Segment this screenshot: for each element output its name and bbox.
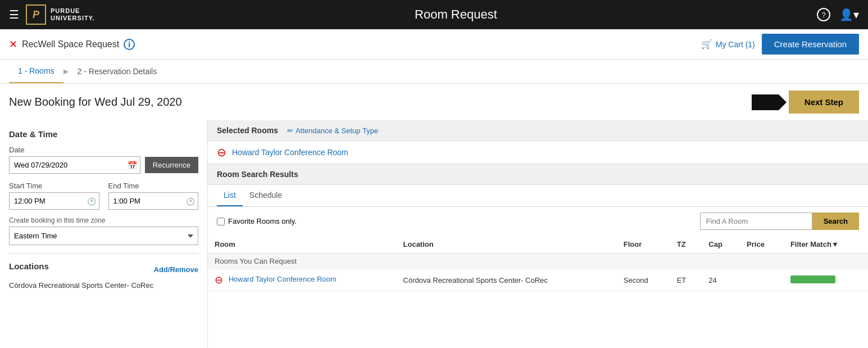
nav-icons: ? 👤▾ xyxy=(817,8,859,21)
timezone-select[interactable]: Eastern Time Central Time Mountain Time … xyxy=(9,227,198,245)
top-nav: ☰ P PURDUEUNIVERSITY. Room Request ? 👤▾ xyxy=(0,0,868,29)
booking-title: New Booking for Wed Jul 29, 2020 xyxy=(9,96,182,109)
left-panel: Date & Time Date 📅 Recurrence Start Time… xyxy=(0,120,208,348)
tab-step1[interactable]: 1 - Rooms xyxy=(9,60,63,83)
selected-room-name[interactable]: Howard Taylor Conference Room xyxy=(232,148,348,157)
end-time-label: End Time xyxy=(108,182,199,190)
rooms-section-label: Rooms You Can Request xyxy=(208,254,868,269)
tab-list-label: List xyxy=(224,191,236,200)
breadcrumb-title-text: RecWell Space Request xyxy=(22,39,119,49)
my-cart-link[interactable]: 🛒 My Cart (1) xyxy=(701,39,755,49)
info-icon[interactable]: i xyxy=(124,39,135,50)
col-floor: Floor xyxy=(617,236,670,254)
step-tabs: 1 - Rooms ▶ 2 - Reservation Details xyxy=(0,60,868,84)
header-right-actions: 🛒 My Cart (1) Create Reservation xyxy=(701,34,859,55)
date-input-wrap: 📅 xyxy=(9,156,140,174)
cap-cell: 24 xyxy=(702,269,740,291)
location-cell: Córdova Recreational Sports Center- CoRe… xyxy=(397,269,617,291)
date-input[interactable] xyxy=(9,156,140,174)
remove-room-icon[interactable]: ⊖ xyxy=(215,274,223,286)
attendance-link-label: Attendance & Setup Type xyxy=(296,126,378,135)
rooms-table: Room Location Floor TZ Cap Price Filter … xyxy=(208,236,868,291)
logo-text: PURDUEUNIVERSITY. xyxy=(51,7,95,22)
filter-match-label: Filter Match xyxy=(790,240,831,248)
search-button[interactable]: Search xyxy=(812,213,859,230)
next-step-button[interactable]: Next Step xyxy=(789,91,859,114)
favorite-rooms-checkbox-label[interactable]: Favorite Rooms only. xyxy=(217,217,297,225)
divider xyxy=(9,253,198,254)
col-location: Location xyxy=(397,236,617,254)
tab-list[interactable]: List xyxy=(217,185,243,206)
favorite-rooms-label: Favorite Rooms only. xyxy=(228,217,297,225)
search-group: Search xyxy=(700,213,859,230)
selected-room-item: ⊖ Howard Taylor Conference Room xyxy=(208,141,868,164)
remove-selected-room-icon[interactable]: ⊖ xyxy=(217,146,226,159)
col-price: Price xyxy=(740,236,784,254)
start-time-clock-icon[interactable]: 🕐 xyxy=(87,197,96,205)
next-step-wrap: Next Step xyxy=(752,91,859,114)
date-label: Date xyxy=(9,146,198,154)
user-icon[interactable]: 👤▾ xyxy=(839,8,859,21)
tab-schedule-label: Schedule xyxy=(249,191,282,200)
col-filter-match[interactable]: Filter Match ▾ xyxy=(784,236,868,254)
room-link[interactable]: Howard Taylor Conference Room xyxy=(229,275,337,283)
start-time-label: Start Time xyxy=(9,182,99,190)
date-time-title: Date & Time xyxy=(9,129,198,139)
timezone-label: Create booking in this time zone xyxy=(9,216,198,224)
tab-schedule[interactable]: Schedule xyxy=(243,185,289,206)
rooms-section-row: Rooms You Can Request xyxy=(208,254,868,269)
time-row: Start Time 🕐 End Time 🕐 xyxy=(9,182,198,210)
location-item: Córdova Recreational Sports Center- CoRe… xyxy=(9,281,198,290)
room-search-header: Room Search Results xyxy=(208,164,868,185)
header-bar: ✕ RecWell Space Request i 🛒 My Cart (1) … xyxy=(0,29,868,60)
hamburger-icon[interactable]: ☰ xyxy=(9,8,19,21)
col-cap: Cap xyxy=(702,236,740,254)
timezone-group: Create booking in this time zone Eastern… xyxy=(9,216,198,245)
attendance-setup-link[interactable]: ✏ Attendance & Setup Type xyxy=(287,126,378,135)
breadcrumb: ✕ RecWell Space Request i xyxy=(9,38,135,51)
help-icon[interactable]: ? xyxy=(817,8,830,21)
app-title: Room Request xyxy=(95,7,817,22)
end-time-clock-icon[interactable]: 🕐 xyxy=(186,197,195,205)
start-time-input-wrap: 🕐 xyxy=(9,192,99,210)
selected-rooms-label: Selected Rooms xyxy=(217,126,278,135)
filter-match-bar xyxy=(790,275,835,283)
start-time-input[interactable] xyxy=(9,192,99,210)
close-icon[interactable]: ✕ xyxy=(9,38,17,51)
booking-header: New Booking for Wed Jul 29, 2020 Next St… xyxy=(0,84,868,120)
end-time-input-wrap: 🕐 xyxy=(108,192,199,210)
locations-title: Locations xyxy=(9,261,49,271)
date-row: 📅 Recurrence xyxy=(9,156,198,174)
col-room: Room xyxy=(208,236,397,254)
cart-icon: 🛒 xyxy=(701,39,712,49)
step1-label: 1 - Rooms xyxy=(18,66,54,75)
step2-label: 2 - Reservation Details xyxy=(78,67,157,76)
recurrence-button[interactable]: Recurrence xyxy=(145,157,198,173)
create-reservation-button[interactable]: Create Reservation xyxy=(762,34,859,55)
room-search-title: Room Search Results xyxy=(217,170,298,179)
calendar-icon[interactable]: 📅 xyxy=(128,161,137,170)
logo: P PURDUEUNIVERSITY. xyxy=(26,4,95,25)
col-tz: TZ xyxy=(670,236,702,254)
floor-cell: Second xyxy=(617,269,670,291)
tab-step2[interactable]: 2 - Reservation Details xyxy=(69,60,166,83)
step-arrow: ▶ xyxy=(63,67,69,75)
favorite-rooms-checkbox[interactable] xyxy=(217,218,225,225)
result-tabs: List Schedule xyxy=(208,185,868,207)
price-cell xyxy=(740,269,784,291)
search-row: Favorite Rooms only. Search xyxy=(208,207,868,236)
start-time-group: Start Time 🕐 xyxy=(9,182,99,210)
table-row: ⊖ Howard Taylor Conference Room Córdova … xyxy=(208,269,868,291)
find-room-input[interactable] xyxy=(700,213,812,230)
end-time-group: End Time 🕐 xyxy=(108,182,199,210)
right-panel: Selected Rooms ✏ Attendance & Setup Type… xyxy=(208,120,868,348)
next-step-arrow-icon xyxy=(752,94,779,110)
tz-cell: ET xyxy=(670,269,702,291)
selected-rooms-bar: Selected Rooms ✏ Attendance & Setup Type xyxy=(208,120,868,141)
add-remove-link[interactable]: Add/Remove xyxy=(154,265,198,274)
end-time-input[interactable] xyxy=(108,192,199,210)
main-layout: Date & Time Date 📅 Recurrence Start Time… xyxy=(0,120,868,348)
locations-header: Locations Add/Remove xyxy=(9,261,198,278)
pencil-icon: ✏ xyxy=(287,126,293,135)
my-cart-label: My Cart (1) xyxy=(716,40,755,49)
